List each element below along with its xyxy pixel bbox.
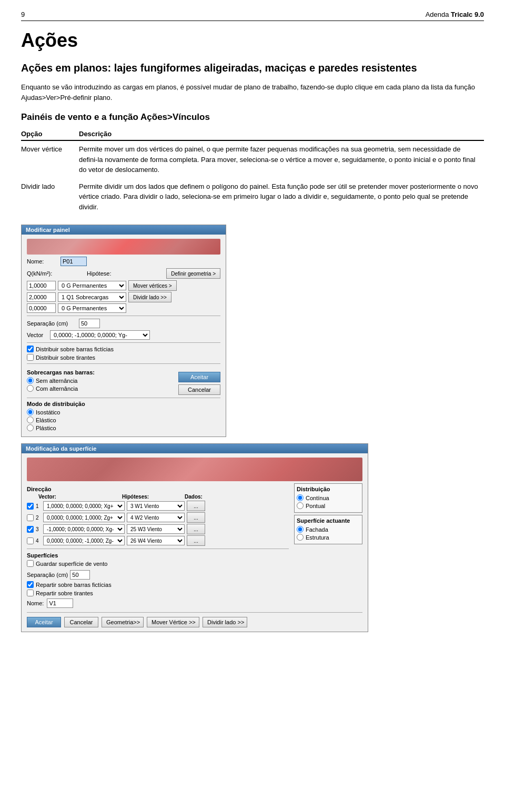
btn-aceitar-dialog1[interactable]: Aceitar — [178, 372, 220, 382]
btn-mover-vertices[interactable]: Mover vértices > — [128, 280, 177, 291]
dialog2-preview — [27, 458, 362, 481]
dialog1-radio-sem: Sem alternância — [27, 377, 174, 384]
check-guardar-row: Guardar superfície de vento — [27, 560, 289, 567]
desc-dividir-lado: Permite dividir um dos lados que definem… — [79, 178, 484, 216]
dialog1-preview — [27, 239, 220, 255]
check-dir4[interactable] — [27, 537, 34, 544]
header: 9 Adenda Tricalc 9.0 — [21, 11, 484, 21]
btn-mover-vertice-dialog2[interactable]: Mover Vértice >> — [147, 617, 199, 627]
dialog1-load3[interactable]: 0 G Permanentes — [58, 303, 126, 313]
btn-dados1[interactable]: ... — [187, 501, 205, 511]
surfaces-section: Superfícies Guardar superfície de vento — [27, 552, 289, 567]
dialog1-modo-label: Modo de distribuição — [27, 401, 220, 407]
dir3-hipotese[interactable]: 25 W3 Viento — [127, 524, 185, 534]
dialog1-radio-com: Com alternância — [27, 385, 174, 392]
checkbox-distribuir-tirantes[interactable] — [27, 354, 34, 361]
radio-continua: Contínua — [297, 494, 360, 501]
btn-cancelar-dialog1[interactable]: Cancelar — [178, 384, 220, 395]
dialog1-sep-input[interactable] — [79, 319, 100, 328]
btn-dividir-lado-dialog2[interactable]: Dividir lado >> — [203, 617, 247, 627]
checkbox-distribuir-barras[interactable] — [27, 346, 34, 352]
dialog2-sep-input[interactable] — [70, 570, 90, 580]
dialog1-sep-label: Separação (cm) — [27, 320, 77, 327]
btn-dados3[interactable]: ... — [187, 524, 205, 534]
dialog-modificar-painel: Modificar painel Nome: Q(kN/m²): Hipótes… — [21, 225, 226, 437]
dialog2-surfaces-label: Superfícies — [27, 552, 289, 559]
radio-isostatico[interactable] — [27, 409, 34, 415]
checkbox-repartir-tirantes[interactable] — [27, 590, 34, 596]
dialog2-nome-input[interactable] — [47, 598, 73, 608]
dialog2-title-bar: Modificação da superfície — [22, 444, 368, 453]
dialog1-load2[interactable]: 1 Q1 Sobrecargas — [58, 292, 126, 302]
dialog2-vec-header: Vector: — [38, 494, 120, 500]
dialog1-q-row3[interactable] — [27, 303, 56, 313]
radio-plastico[interactable] — [27, 424, 34, 431]
dialog1-sob-label: Sobrecargas nas barras: — [27, 369, 174, 375]
col-opção-header: Opção — [21, 128, 79, 140]
dialog2-direccao-label: Direcção — [27, 486, 289, 492]
dialog2-dat-header: Dados: — [185, 494, 208, 500]
main-title: Ações — [21, 29, 484, 52]
dist-title: Distribuição — [297, 486, 360, 492]
desc-mover-vertice: Permite mover um dos vértices do painel,… — [79, 140, 484, 178]
dir4-hipotese[interactable]: 26 W4 Viento — [127, 536, 185, 545]
radio-continua-input[interactable] — [297, 494, 304, 501]
check-guardar[interactable] — [27, 560, 34, 567]
dialog1-check-tirantes: Distribuir sobre tirantes — [27, 354, 220, 361]
radio-com-alternancia[interactable] — [27, 385, 34, 392]
table-row: Dividir lado Permite dividir um dos lado… — [21, 178, 484, 216]
radio-pontual-input[interactable] — [297, 502, 304, 509]
dir1-hipotese[interactable]: 3 W1 Viento — [127, 501, 185, 511]
col-descrição-header: Descrição — [79, 128, 484, 140]
checkbox-repartir-barras[interactable] — [27, 581, 34, 588]
radio-fachada-input[interactable] — [297, 526, 304, 533]
dialog1-title-bar: Modificar painel — [22, 225, 226, 235]
btn-geometria-dialog2[interactable]: Geometria>> — [102, 617, 144, 627]
dialog1-q-row2[interactable] — [27, 292, 56, 302]
dialog1-vec-select[interactable]: 0,0000; -1,0000; 0,0000; Yg- — [50, 330, 150, 340]
dir1-vector[interactable]: 1,0000; 0,0000; 0,0000; Xg+ — [43, 501, 125, 511]
dialog1-q-label: Q(kN/m²): — [27, 270, 58, 277]
superficie-actuante-box: Superfície actuante Fachada Estrutura — [294, 515, 362, 544]
radio-estrutura-input[interactable] — [297, 534, 304, 541]
dialog1-nome-input[interactable] — [60, 257, 87, 266]
dialog1-nome-row: Nome: — [27, 257, 220, 266]
radio-sem-alternancia[interactable] — [27, 377, 34, 384]
btn-dados4[interactable]: ... — [187, 535, 205, 546]
dialog2-hip-header: Hipóteses: — [122, 494, 183, 500]
check-dir3[interactable] — [27, 526, 34, 533]
btn-aceitar-dialog2[interactable]: Aceitar — [27, 617, 61, 627]
dir2-hipotese[interactable]: 4 W2 Viento — [127, 513, 185, 522]
dialog1-vec-label: Vector — [27, 332, 48, 338]
btn-dados2[interactable]: ... — [187, 512, 205, 523]
btn-cancelar-dialog2[interactable]: Cancelar — [64, 617, 98, 627]
dir4-vector[interactable]: 0,0000; 0,0000; -1,0000; Zg- — [43, 536, 125, 545]
section1-title: Ações em planos: lajes fungiformes alige… — [21, 61, 484, 75]
dir2-vector[interactable]: 0,0000; 0,0000; 1,0000; Zg+ — [43, 513, 125, 522]
dialog1-separacao-row: Separação (cm) — [27, 319, 220, 328]
sup-act-title: Superfície actuante — [297, 517, 360, 524]
dialog1-check-barras: Distribuir sobre barras fictícias — [27, 346, 220, 352]
dialog1-vector-row: Vector 0,0000; -1,0000; 0,0000; Yg- — [27, 330, 220, 340]
btn-definir-geometria[interactable]: Definir geometria > — [166, 268, 220, 279]
dialog1-nome-label: Nome: — [27, 258, 58, 265]
dialog-modificacao-superficie: Modificação da superfície Direcção Vecto… — [21, 443, 368, 632]
dialog2-title: Modificação da superfície — [26, 445, 96, 452]
option-dividir-lado: Dividir lado — [21, 178, 79, 216]
check-dir2[interactable] — [27, 514, 34, 521]
dialog1-q-row1[interactable] — [27, 281, 56, 290]
dialog1-load1[interactable]: 0 G Permanentes — [58, 281, 126, 290]
check-repartir-barras: Repartir sobre barras fictícias — [27, 581, 289, 588]
section1-intro: Enquanto se vão introduzindo as cargas e… — [21, 82, 484, 103]
radio-estrutura: Estrutura — [297, 534, 360, 541]
check-dir1[interactable] — [27, 503, 34, 510]
dir3-vector[interactable]: -1,0000; 0,0000; 0,0000; Xg- — [43, 524, 125, 534]
radio-fachada: Fachada — [297, 526, 360, 533]
radio-elastico[interactable] — [27, 417, 34, 423]
dialog2-content: Direcção Vector: Hipóteses: Dados: 1 1,0… — [22, 453, 368, 632]
btn-dividir-lado[interactable]: Dividir lado >> — [128, 292, 171, 302]
page-number: 9 — [21, 11, 25, 18]
table-row: Mover vértice Permite mover um dos vérti… — [21, 140, 484, 178]
screenshots: Modificar painel Nome: Q(kN/m²): Hipótes… — [21, 225, 484, 632]
check-repartir-tirantes: Repartir sobre tirantes — [27, 590, 289, 596]
